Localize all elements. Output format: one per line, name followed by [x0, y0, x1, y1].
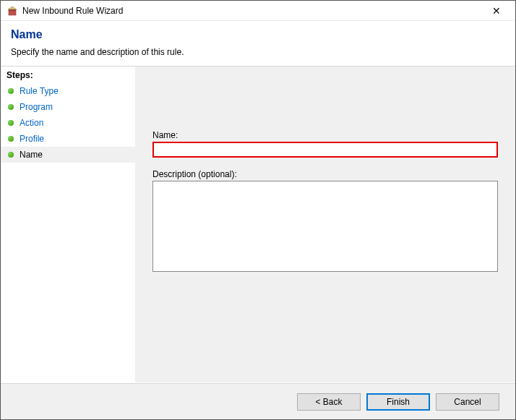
name-input[interactable] [154, 143, 496, 156]
svg-marker-2 [8, 7, 17, 9]
name-label: Name: [152, 130, 498, 140]
step-label: Action [20, 118, 43, 128]
close-button[interactable]: ✕ [482, 3, 511, 19]
name-field-group: Name: [152, 130, 498, 158]
step-action[interactable]: Action [1, 115, 135, 131]
bullet-icon [8, 136, 14, 142]
description-label: Description (optional): [152, 169, 498, 179]
description-textarea[interactable] [152, 181, 498, 272]
cancel-button[interactable]: Cancel [436, 393, 499, 411]
bullet-icon [8, 120, 14, 126]
finish-button[interactable]: Finish [366, 393, 430, 411]
steps-sidebar: Steps: Rule Type Program Action Profile … [1, 67, 135, 382]
step-name[interactable]: Name [1, 147, 135, 163]
window-title: New Inbound Rule Wizard [22, 6, 482, 16]
page-title: Name [11, 28, 505, 41]
step-rule-type[interactable]: Rule Type [1, 83, 135, 99]
step-label: Profile [20, 134, 44, 144]
bullet-icon [8, 104, 14, 110]
wizard-header: Name Specify the name and description of… [1, 21, 515, 67]
bullet-icon [8, 88, 14, 94]
name-input-highlight [152, 142, 498, 158]
close-icon: ✕ [492, 5, 501, 17]
back-button[interactable]: < Back [297, 393, 361, 411]
step-label: Program [20, 102, 53, 112]
step-label: Name [20, 150, 43, 160]
content-panel: Name: Description (optional): [135, 67, 515, 382]
steps-heading: Steps: [1, 68, 135, 83]
bullet-icon [8, 152, 14, 158]
title-bar: New Inbound Rule Wizard ✕ [1, 1, 515, 21]
description-field-group: Description (optional): [152, 169, 498, 274]
wizard-body: Steps: Rule Type Program Action Profile … [1, 67, 515, 382]
step-program[interactable]: Program [1, 99, 135, 115]
wizard-footer: < Back Finish Cancel [1, 383, 515, 419]
step-profile[interactable]: Profile [1, 131, 135, 147]
wizard-icon [7, 5, 18, 17]
page-subtitle: Specify the name and description of this… [11, 47, 505, 57]
step-label: Rule Type [20, 86, 59, 96]
